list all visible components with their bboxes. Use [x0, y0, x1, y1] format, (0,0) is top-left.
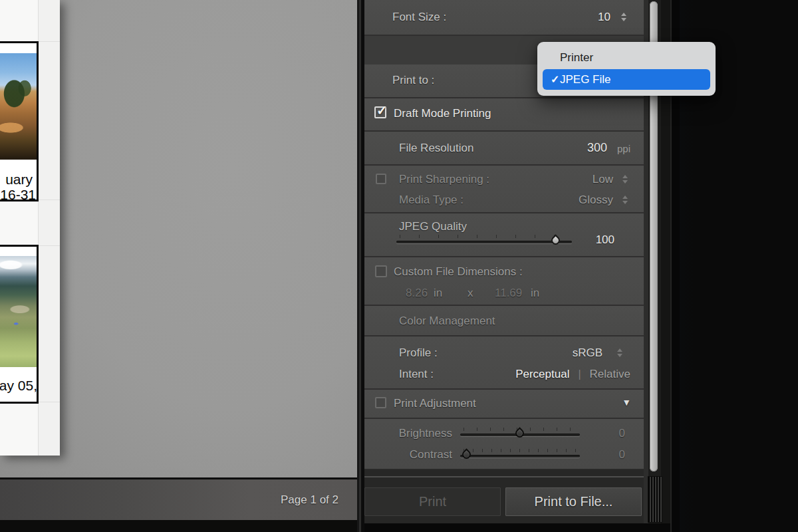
print-to-label: Print to :	[392, 74, 434, 87]
menu-checkmark-icon: ✓	[551, 73, 559, 86]
media-type-stepper-icon[interactable]	[622, 196, 628, 204]
panel-grip-texture[interactable]	[648, 476, 662, 523]
media-type-label: Media Type :	[399, 194, 464, 207]
font-size-value[interactable]: 10	[598, 11, 610, 24]
print-sharpening-value[interactable]: Low	[593, 173, 613, 186]
contact-sheet-cell: uary 016-31	[0, 41, 39, 201]
jpeg-quality-slider[interactable]	[396, 235, 572, 247]
checkbox-checkmark-icon: ✓	[376, 102, 388, 118]
font-size-label: Font Size :	[392, 11, 446, 24]
slider-track[interactable]	[460, 455, 580, 458]
font-size-stepper-icon[interactable]	[621, 13, 626, 21]
profile-value[interactable]: sRGB	[573, 346, 602, 360]
window-bottom-edge-right	[364, 523, 670, 532]
custom-width-unit: in	[434, 287, 442, 300]
profile-intent-row: Profile : sRGB Intent : Perceptual | Rel…	[364, 336, 644, 390]
sharpening-row: Print Sharpening : Low Media Type : Glos…	[364, 166, 644, 213]
intent-option-perceptual[interactable]: Perceptual	[515, 368, 569, 381]
menu-item-printer[interactable]: Printer	[560, 49, 593, 67]
brightness-label: Brightness	[364, 427, 452, 440]
print-sharpening-stepper-icon[interactable]	[622, 175, 628, 184]
file-resolution-unit: ppi	[617, 143, 630, 154]
slider-ticks	[464, 449, 577, 452]
intent-label: Intent :	[399, 368, 434, 381]
jpeg-quality-label: JPEG Quality	[399, 220, 467, 233]
profile-stepper-icon[interactable]	[617, 348, 622, 357]
custom-width-value[interactable]: 8.26	[406, 287, 428, 300]
custom-dimensions-row: Custom File Dimensions : 8.26 in x 11.69…	[364, 257, 644, 306]
intent-divider: |	[578, 368, 581, 380]
page-indicator: Page 1 of 2	[281, 493, 338, 507]
window-bottom-edge	[0, 520, 357, 532]
print-sharpening-label: Print Sharpening :	[399, 173, 489, 186]
photo-thumbnail-joshua-tree	[0, 53, 37, 160]
print-to-dropdown-menu: Printer ✓ JPEG File	[537, 42, 716, 96]
disclosure-triangle-icon[interactable]: ▼	[622, 397, 631, 408]
custom-height-unit: in	[531, 287, 539, 300]
slider-track[interactable]	[396, 241, 572, 243]
print-preview-page: uary 016-31 May 05,	[0, 0, 60, 456]
photo-thumbnail-valley	[0, 256, 37, 367]
cell-guide-line	[39, 402, 60, 402]
panel-end-line	[364, 476, 644, 477]
custom-height-value[interactable]: 11.69	[495, 287, 522, 300]
contrast-value[interactable]: 0	[619, 448, 625, 462]
draft-mode-row: ✓ Draft Mode Printing	[364, 98, 644, 132]
draft-mode-label: Draft Mode Printing	[394, 107, 491, 120]
contrast-slider[interactable]	[460, 449, 580, 461]
panel-divider	[357, 0, 364, 532]
dimensions-separator: x	[467, 287, 473, 300]
toolbar: Page 1 of 2	[0, 477, 357, 520]
font-size-row: Font Size : 10	[364, 0, 644, 36]
menu-item-jpeg-file[interactable]: ✓ JPEG File	[543, 69, 710, 90]
media-type-value[interactable]: Glossy	[579, 194, 613, 207]
custom-dimensions-label: Custom File Dimensions :	[394, 265, 523, 279]
print-sharpening-checkbox[interactable]	[376, 174, 386, 184]
contrast-label: Contrast	[364, 448, 452, 462]
adjustment-sliders-row: Brightness 0 Contrast 0	[364, 419, 644, 470]
draft-mode-checkbox[interactable]: ✓	[374, 106, 386, 118]
print-preview-canvas: uary 016-31 May 05,	[0, 0, 357, 477]
intent-option-relative[interactable]: Relative	[590, 368, 630, 381]
file-resolution-value[interactable]: 300	[587, 141, 607, 155]
brightness-slider[interactable]	[460, 428, 580, 440]
contact-sheet-cell: May 05,	[0, 245, 39, 404]
print-adjustment-label: Print Adjustment	[394, 397, 476, 410]
profile-label: Profile :	[399, 346, 438, 360]
slider-ticks	[400, 235, 569, 238]
file-resolution-label: File Resolution	[399, 142, 473, 155]
file-resolution-row: File Resolution 300 ppi	[364, 132, 644, 166]
jpeg-quality-value[interactable]: 100	[596, 233, 614, 247]
cell-guide-line	[39, 200, 60, 200]
print-adjustment-row: Print Adjustment ▼	[364, 390, 644, 419]
jpeg-quality-row: JPEG Quality 100	[364, 213, 644, 257]
intent-options: Perceptual | Relative	[515, 368, 630, 381]
cell-guide-line	[39, 245, 60, 246]
print-button[interactable]: Print	[364, 487, 501, 516]
menu-item-label: JPEG File	[560, 73, 611, 86]
color-management-label: Color Management	[399, 315, 495, 328]
photo-caption: 016-31	[0, 187, 36, 202]
lightroom-print-module: uary 016-31 May 05, Page 1 of 2 Font Siz…	[0, 0, 798, 532]
color-management-row: Color Management	[364, 306, 644, 336]
photo-caption: May 05,	[0, 378, 37, 393]
print-to-file-button[interactable]: Print to File...	[505, 487, 642, 516]
panel-footer: Print Print to File...	[364, 470, 644, 523]
print-adjustment-checkbox[interactable]	[375, 397, 386, 408]
custom-dimensions-checkbox[interactable]	[375, 265, 387, 277]
cell-guide-line	[39, 41, 60, 42]
brightness-value[interactable]: 0	[619, 427, 625, 440]
photo-caption: uary	[5, 172, 33, 187]
